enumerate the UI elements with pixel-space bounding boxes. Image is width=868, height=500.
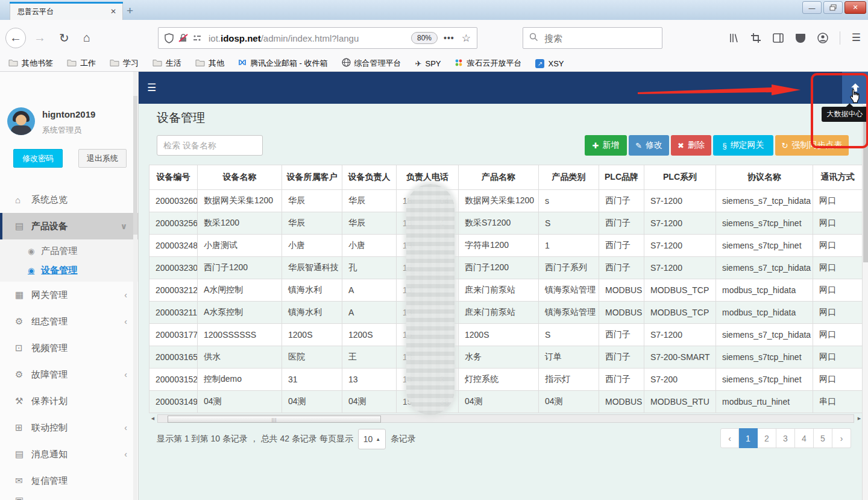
sidebar-toggle-icon[interactable] bbox=[773, 33, 784, 43]
table-row[interactable]: 200003260数据网关采集1200华辰华辰1804数据网关采集1200s西门… bbox=[149, 190, 863, 212]
sidebar-item-label: 组态管理 bbox=[31, 316, 68, 328]
lock-insecure-icon[interactable] bbox=[178, 33, 188, 43]
bookmark-item[interactable]: 工作 bbox=[67, 58, 96, 69]
new-tab-button[interactable]: + bbox=[127, 3, 133, 19]
table-row[interactable]: 20000314904测04测04测153804测04测MODBUSMODBUS… bbox=[149, 391, 863, 413]
page-button-1[interactable]: 1 bbox=[739, 428, 758, 448]
account-icon[interactable] bbox=[817, 33, 828, 43]
column-header[interactable]: 通讯方式 bbox=[813, 165, 863, 190]
page-button-2[interactable]: 2 bbox=[758, 428, 776, 448]
table-row[interactable]: 200003212A水闸控制镇海水利A13庶来门前泵站镇海泵站管理MODBUSM… bbox=[149, 279, 863, 302]
scroll-left-icon[interactable]: ◀ bbox=[149, 415, 157, 422]
cell: s bbox=[539, 190, 599, 212]
table-row[interactable]: 200003211A水泵控制镇海水利A13庶来门前泵站镇海泵站管理MODBUSM… bbox=[149, 302, 863, 324]
column-header[interactable]: 产品名称 bbox=[459, 165, 539, 190]
restore-button[interactable] bbox=[823, 1, 843, 14]
table-hscrollbar[interactable]: ◀ ||| ▶ bbox=[149, 414, 862, 423]
add-button[interactable]: ✚新增 bbox=[585, 135, 627, 156]
reload-button[interactable]: ↻ bbox=[59, 20, 69, 55]
edit-button[interactable]: ✎修改 bbox=[629, 135, 669, 156]
bookmark-item[interactable]: 其他 bbox=[195, 58, 224, 69]
bind-gateway-button[interactable]: §绑定网关 bbox=[713, 135, 773, 156]
table-row[interactable]: 2000031771200SSSSSS1200S1200S151200SS西门子… bbox=[149, 324, 863, 346]
browser-tab[interactable]: 思普云平台 ✕ bbox=[10, 2, 123, 21]
user-role: 系统管理员 bbox=[42, 125, 81, 136]
sidebar-item-message[interactable]: ▤消息通知‹ bbox=[0, 441, 138, 467]
menu-icon[interactable]: ☰ bbox=[852, 31, 861, 44]
back-button[interactable]: ← bbox=[5, 20, 26, 55]
home-button[interactable]: ⌂ bbox=[83, 20, 90, 55]
page-prev-button[interactable]: ‹ bbox=[720, 428, 739, 448]
sidebar-item-maintenance[interactable]: ⚒保养计划 bbox=[0, 388, 138, 414]
table-row[interactable]: 200003230西门子1200华辰智通科技孔15西门子1200西门子系列西门子… bbox=[149, 257, 863, 279]
forward-button[interactable]: → bbox=[34, 20, 46, 55]
url-bar[interactable]: iot.idosp.net/admin/index.html?langu 80%… bbox=[158, 27, 477, 49]
page-button-4[interactable]: 4 bbox=[795, 428, 814, 448]
library-icon[interactable] bbox=[728, 33, 739, 43]
page-button-5[interactable]: 5 bbox=[814, 428, 832, 448]
cell: A水泵控制 bbox=[198, 302, 282, 324]
change-password-button[interactable]: 修改密码 bbox=[13, 149, 63, 168]
sidebar-item-gateway[interactable]: ▦网关管理‹ bbox=[0, 282, 138, 308]
column-header[interactable]: 设备所属客户 bbox=[282, 165, 342, 190]
browser-scrollbar[interactable] bbox=[862, 104, 868, 500]
screenshot-icon[interactable] bbox=[750, 33, 761, 43]
bookmark-item[interactable]: 其他书签 bbox=[8, 58, 53, 69]
sidebar-item-partial[interactable]: ▣ bbox=[0, 494, 138, 500]
column-header[interactable]: 协议名称 bbox=[716, 165, 813, 190]
device-search-input[interactable] bbox=[157, 135, 263, 156]
sidebar-scrollbar[interactable] bbox=[133, 72, 137, 500]
bookmark-item[interactable]: 学习 bbox=[110, 58, 139, 69]
column-header[interactable]: 设备负责人 bbox=[342, 165, 397, 190]
browser-search[interactable] bbox=[523, 27, 662, 49]
cell: 网口 bbox=[813, 369, 863, 391]
cell: 数据网关采集1200 bbox=[459, 190, 539, 212]
sidebar-item-product-device[interactable]: ▤产品设备∨ bbox=[0, 213, 138, 239]
sidebar-item-label: 系统总览 bbox=[31, 194, 68, 206]
sidebar-collapse-icon[interactable]: ☰ bbox=[147, 81, 156, 94]
table-row[interactable]: 200003248小唐测试小唐小唐13字符串12001西门子S7-1200sie… bbox=[149, 235, 863, 257]
sidebar-item-overview[interactable]: ⌂系统总览 bbox=[0, 186, 138, 213]
cell: 1200S bbox=[342, 324, 397, 346]
zoom-badge[interactable]: 80% bbox=[411, 32, 438, 44]
page-actions-icon[interactable]: ••• bbox=[444, 33, 454, 43]
shield-icon[interactable] bbox=[165, 33, 174, 43]
table-row[interactable]: 200003152控制demo3113153灯控系统指示灯西门子S7-200si… bbox=[149, 369, 863, 391]
bookmark-item[interactable]: 生活 bbox=[153, 58, 181, 69]
logout-button[interactable]: 退出系统 bbox=[78, 149, 127, 168]
page-button-3[interactable]: 3 bbox=[776, 428, 795, 448]
column-header[interactable]: 产品类别 bbox=[539, 165, 599, 190]
sidebar-item-linkage[interactable]: ⊞联动控制‹ bbox=[0, 414, 138, 441]
sidebar-item-config[interactable]: ⚙组态管理‹ bbox=[0, 308, 138, 335]
page-size-select[interactable]: 10▲ bbox=[358, 429, 386, 449]
column-header[interactable]: PLC系列 bbox=[644, 165, 716, 190]
column-header[interactable]: PLC品牌 bbox=[599, 165, 644, 190]
bookmark-star-icon[interactable]: ☆ bbox=[462, 32, 471, 45]
delete-button[interactable]: ✖删除 bbox=[671, 135, 711, 156]
sidebar-subitem-product-mgmt[interactable]: ◉产品管理 bbox=[0, 241, 138, 261]
page-title: 设备管理 bbox=[157, 110, 205, 126]
wrench-icon: ⚒ bbox=[15, 396, 31, 407]
bookmark-item[interactable]: 萤石云开放平台 bbox=[454, 58, 521, 69]
bookmark-item[interactable]: 综合管理平台 bbox=[342, 58, 401, 69]
minimize-button[interactable]: — bbox=[802, 1, 822, 14]
bookmark-item[interactable]: ✈SPY bbox=[415, 59, 441, 68]
close-button[interactable]: ✕ bbox=[844, 1, 866, 14]
column-header[interactable]: 设备名称 bbox=[198, 165, 282, 190]
avatar[interactable] bbox=[7, 107, 35, 135]
column-header[interactable]: 设备编号 bbox=[149, 165, 198, 190]
sidebar-item-video[interactable]: ⊡视频管理 bbox=[0, 335, 138, 361]
table-row[interactable]: 200003165供水医院王18水务订单西门子S7-200-SMARTsieme… bbox=[149, 346, 863, 369]
bookmark-item[interactable]: ↗XSY bbox=[535, 59, 564, 68]
pocket-icon[interactable] bbox=[795, 33, 806, 43]
tab-close-icon[interactable]: ✕ bbox=[110, 7, 122, 16]
table-row[interactable]: 200003256数采1200华辰华辰184数采S71200S西门子S7-120… bbox=[149, 212, 863, 235]
sidebar-subitem-device-mgmt[interactable]: ◉设备管理 bbox=[0, 261, 138, 280]
hscroll-thumb[interactable]: ||| bbox=[168, 416, 381, 423]
browser-search-input[interactable] bbox=[543, 33, 648, 44]
permissions-icon[interactable] bbox=[193, 34, 201, 42]
sidebar-item-sms[interactable]: ✉短信管理 bbox=[0, 467, 138, 494]
bookmark-item[interactable]: 腾讯企业邮箱 - 收件箱 bbox=[238, 58, 328, 69]
page-next-button[interactable]: › bbox=[832, 428, 851, 448]
sidebar-item-fault[interactable]: ⚙故障管理‹ bbox=[0, 361, 138, 388]
